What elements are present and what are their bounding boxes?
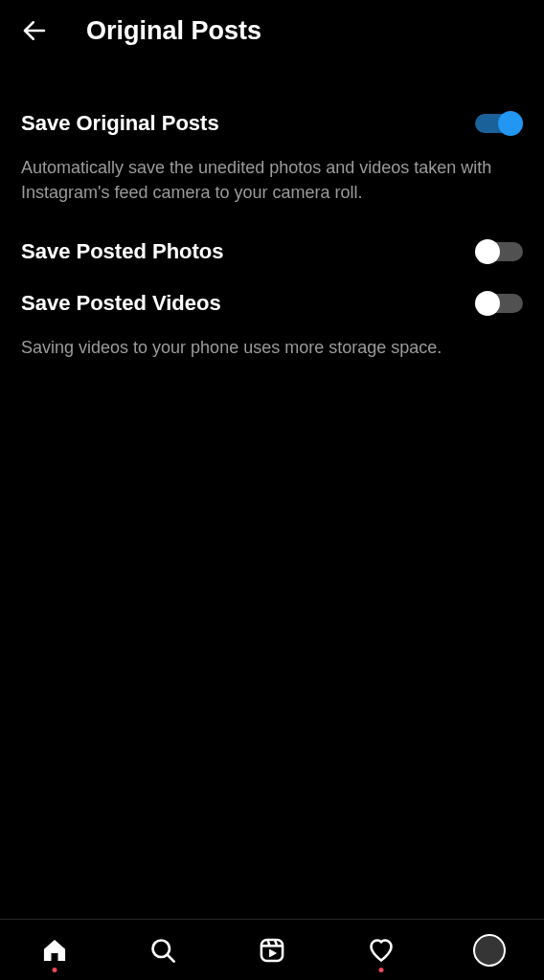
nav-home-notification-dot (52, 968, 57, 972)
reels-icon (259, 937, 285, 964)
save-posted-videos-row: Save Posted Videos (21, 278, 523, 329)
save-posted-photos-toggle[interactable] (475, 239, 523, 264)
nav-search[interactable] (140, 927, 186, 973)
nav-profile[interactable] (466, 927, 512, 973)
nav-home[interactable] (32, 927, 78, 973)
search-icon (149, 937, 176, 964)
svg-rect-3 (261, 939, 283, 960)
svg-line-2 (169, 955, 174, 961)
nav-reels[interactable] (249, 927, 295, 973)
heart-icon (368, 937, 395, 964)
profile-avatar-icon (473, 934, 506, 967)
save-original-posts-description: Automatically save the unedited photos a… (21, 149, 523, 226)
arrow-left-icon (20, 16, 49, 45)
save-original-posts-row: Save Original Posts (21, 98, 523, 149)
nav-activity-notification-dot (378, 968, 383, 972)
nav-activity[interactable] (358, 927, 404, 973)
save-posted-videos-label: Save Posted Videos (21, 291, 221, 316)
page-title: Original Posts (86, 16, 261, 46)
save-original-posts-toggle[interactable] (475, 111, 523, 136)
header-bar: Original Posts (0, 0, 544, 61)
save-posted-videos-description: Saving videos to your phone uses more st… (21, 329, 523, 381)
bottom-nav (0, 919, 544, 980)
save-posted-videos-toggle[interactable] (475, 291, 523, 316)
home-icon (41, 937, 68, 964)
save-original-posts-label: Save Original Posts (21, 111, 219, 136)
save-posted-photos-row: Save Posted Photos (21, 226, 523, 278)
back-button[interactable] (11, 8, 57, 54)
save-posted-photos-label: Save Posted Photos (21, 239, 224, 264)
settings-content: Save Original Posts Automatically save t… (0, 61, 544, 381)
